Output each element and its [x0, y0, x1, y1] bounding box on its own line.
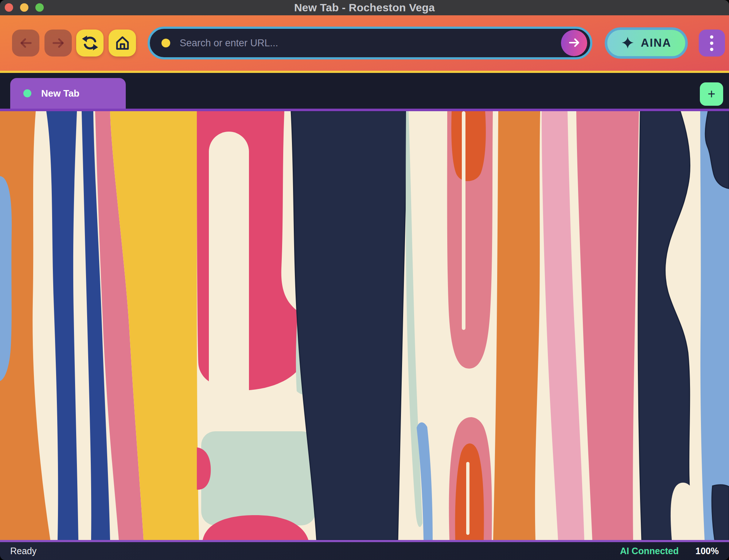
status-text: Ready — [10, 546, 36, 556]
traffic-lights — [5, 3, 44, 12]
refresh-button[interactable] — [76, 30, 104, 57]
yellow-dot-icon — [161, 39, 170, 47]
minimize-window-icon[interactable] — [20, 3, 28, 12]
status-bar: Ready AI Connected 100% — [0, 540, 729, 560]
arrow-right-icon — [50, 35, 67, 51]
tab-bar: New Tab + — [0, 73, 729, 111]
forward-button[interactable] — [44, 30, 72, 57]
sparkle-icon — [621, 36, 634, 50]
aina-assistant-button[interactable]: AINA — [605, 27, 688, 59]
tab-status-dot-icon — [23, 89, 31, 97]
zoom-window-icon[interactable] — [35, 3, 44, 12]
browser-window: New Tab - Rocheston Vega — [0, 0, 729, 560]
menu-button[interactable] — [699, 30, 725, 57]
home-button[interactable] — [109, 30, 136, 57]
tab-new-tab[interactable]: New Tab — [10, 78, 126, 109]
zoom-level: 100% — [695, 546, 719, 556]
search-input[interactable] — [170, 29, 561, 57]
tab-label: New Tab — [41, 88, 79, 99]
vertical-ellipsis-icon — [710, 35, 713, 51]
close-window-icon[interactable] — [5, 3, 13, 12]
page-content — [0, 111, 729, 540]
title-bar: New Tab - Rocheston Vega — [0, 0, 729, 15]
window-title: New Tab - Rocheston Vega — [294, 1, 435, 14]
back-button[interactable] — [12, 30, 39, 57]
aina-label: AINA — [641, 36, 671, 50]
go-arrow-icon — [567, 36, 581, 51]
navigation-toolbar: AINA — [0, 15, 729, 71]
address-bar — [148, 27, 592, 59]
abstract-art-image — [0, 111, 729, 540]
arrow-left-icon — [17, 35, 34, 51]
ai-connection-status: AI Connected — [620, 546, 679, 556]
home-icon — [114, 34, 131, 52]
new-tab-button[interactable]: + — [700, 82, 723, 106]
go-button[interactable] — [561, 30, 587, 56]
refresh-icon — [81, 34, 99, 52]
